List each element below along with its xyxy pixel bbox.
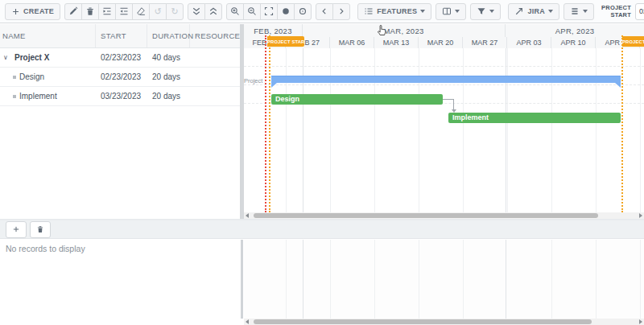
column-header-duration[interactable]: DURATION [147, 24, 190, 47]
task-start[interactable]: 02/23/2023 [96, 53, 147, 62]
undo-icon: ↺ [154, 7, 162, 16]
columns-icon [442, 6, 452, 16]
create-button[interactable]: CREATE [5, 3, 60, 20]
scroll-left-icon[interactable] [246, 213, 249, 218]
dependency-line [443, 99, 454, 100]
scroll-right-icon[interactable] [639, 213, 642, 218]
main-toolbar: CREATE ↺ ↻ [0, 0, 644, 23]
create-label: CREATE [23, 7, 54, 15]
task-duration[interactable]: 40 days [147, 53, 190, 62]
undo-button[interactable]: ↺ [149, 3, 167, 20]
resources-splitter[interactable] [241, 240, 243, 319]
week-header: APR 10 [551, 37, 596, 48]
week-header: MAR 13 [374, 37, 419, 48]
column-header-start[interactable]: START [96, 24, 147, 47]
double-chevron-down-icon [192, 6, 201, 16]
task-duration[interactable]: 20 days [147, 92, 190, 101]
hand-pointer-cursor [377, 24, 387, 36]
table-row-implement[interactable]: Implement 03/23/2023 20 days [0, 87, 240, 106]
redo-button[interactable]: ↻ [166, 3, 184, 20]
delete-resource-button[interactable] [30, 221, 51, 238]
columns-menu-button[interactable] [436, 3, 466, 20]
week-header: APR 03 [507, 37, 551, 48]
project-start-input[interactable] [639, 7, 644, 15]
scroll-right-icon[interactable] [639, 319, 642, 324]
zoom-out-button[interactable] [243, 3, 261, 20]
dependency-line [453, 99, 454, 109]
expand-group [188, 3, 222, 20]
leaf-icon [13, 76, 16, 79]
scrollbar-thumb[interactable] [254, 319, 592, 324]
shift-previous-icon [281, 6, 291, 16]
week-header: MAR 06 [330, 37, 374, 48]
shift-previous-button[interactable] [277, 3, 295, 20]
angle-left-icon [320, 7, 328, 15]
outdent-icon [119, 6, 129, 16]
column-header-name[interactable]: NAME [0, 24, 96, 47]
zoom-to-fit-button[interactable] [260, 3, 278, 20]
task-grid-header: NAME START DURATION RESOURCES [0, 24, 240, 48]
zoom-in-icon [230, 6, 240, 16]
layers-menu-button[interactable] [564, 3, 594, 20]
zoom-group [226, 3, 312, 20]
task-name: Project X [14, 53, 49, 62]
week-header: MAR 27 [463, 37, 507, 48]
trash-icon [85, 6, 95, 16]
eraser-button[interactable] [132, 3, 150, 20]
shift-next-button[interactable] [294, 3, 312, 20]
resources-horizontal-scrollbar[interactable] [244, 319, 644, 325]
timeline-horizontal-scrollbar[interactable] [244, 212, 644, 219]
task-grid: NAME START DURATION RESOURCES ∨ Project … [0, 24, 240, 212]
task-start[interactable]: 03/23/2023 [96, 92, 147, 101]
summary-bar-project-x[interactable] [271, 76, 621, 83]
scroll-group [316, 3, 350, 20]
features-label: FEATURES [377, 7, 417, 15]
month-gridline [506, 48, 506, 212]
filter-menu-button[interactable] [470, 3, 501, 20]
task-start[interactable]: 02/23/2023 [96, 72, 147, 81]
column-header-resources[interactable]: RESOURCES [190, 24, 240, 47]
edit-task-button[interactable] [64, 3, 82, 20]
list-icon [364, 6, 374, 16]
indent-icon [102, 6, 112, 16]
features-menu-button[interactable]: FEATURES [357, 3, 431, 20]
task-duration[interactable]: 20 days [147, 72, 190, 81]
collapse-all-button[interactable] [188, 3, 205, 20]
jira-menu-button[interactable]: JIRA [508, 3, 559, 20]
timeline-body: Project X Design Implement [244, 48, 644, 212]
scrollbar-thumb[interactable] [254, 213, 598, 218]
filter-icon [477, 6, 486, 16]
expand-all-button[interactable] [204, 3, 222, 20]
task-bar-implement[interactable]: Implement [448, 113, 621, 123]
indent-button[interactable] [98, 3, 116, 20]
summary-end-cap [615, 83, 621, 88]
table-row-design[interactable]: Design 02/23/2023 20 days [0, 68, 240, 87]
task-bar-design[interactable]: Design [271, 94, 443, 105]
jira-label: JIRA [527, 7, 545, 15]
table-row-project[interactable]: ∨ Project X 02/23/2023 40 days [0, 48, 240, 68]
scroll-left-icon[interactable] [246, 319, 249, 324]
add-resource-button[interactable] [6, 221, 27, 238]
resources-toolbar [0, 220, 644, 239]
week-header: MAR 20 [419, 37, 463, 48]
previous-button[interactable] [316, 3, 333, 20]
month-header-mar: MAR, 2023 [303, 24, 506, 37]
shift-next-icon [298, 6, 308, 16]
chevron-down-icon [420, 10, 425, 13]
project-start-flag[interactable]: PROJECT START [267, 36, 304, 47]
pencil-icon [68, 6, 78, 16]
summary-end-cap [271, 83, 277, 88]
project-start-datefield[interactable] [635, 3, 644, 20]
trash-icon [36, 225, 44, 233]
project-start-line [269, 35, 270, 212]
next-button[interactable] [332, 3, 350, 20]
eraser-icon [136, 6, 146, 16]
delete-task-button[interactable] [81, 3, 99, 20]
empty-state-text: No records to display [6, 244, 85, 253]
gantt-app: CREATE ↺ ↻ [0, 0, 644, 325]
task-name: Design [19, 72, 44, 81]
zoom-in-button[interactable] [226, 3, 244, 20]
collapse-chevron-icon[interactable]: ∨ [3, 54, 11, 61]
project-end-flag[interactable]: PROJECT END [622, 36, 644, 47]
outdent-button[interactable] [115, 3, 133, 20]
